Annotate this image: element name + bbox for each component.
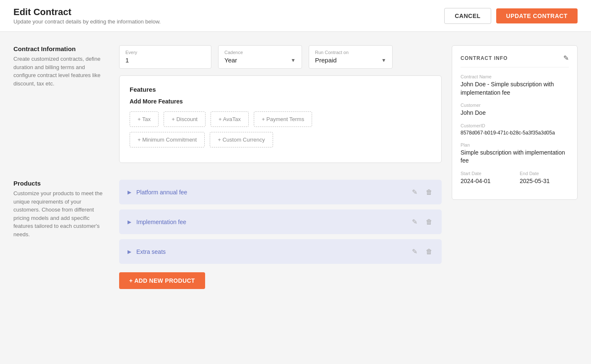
edit-product-platform-button[interactable]: ✎ [411,187,418,197]
feature-buttons-row-1: + Tax + Discount + AvaTax + Payment Term… [130,111,431,127]
products-form: ▶ Platform annual fee ✎ 🗑 ▶ Implementati… [119,180,442,289]
header-actions: CANCEL UPDATE CONTRACT [444,8,578,24]
cadence-select[interactable]: Cadence Year ▼ [218,45,302,69]
features-add-more-label: Add More Features [130,98,431,105]
contract-info-header: CONTRACT INFO ✎ [461,54,569,67]
contract-information-desc: Create customized contracts, define dura… [13,55,106,88]
section-text-contract: Contract Information Create customized c… [13,45,106,88]
feature-buttons-row-2: + Minimum Commitment + Custom Currency [130,132,431,147]
plan-label: Plan [461,142,569,147]
dates-row: Start Date 2024-04-01 End Date 2025-05-3… [461,171,569,191]
contract-name-field: Contract Name John Doe - Simple subscrip… [461,74,569,97]
features-title: Features [130,86,431,93]
products-desc: Customize your products to meet the uniq… [13,189,106,238]
end-date-value: 2025-05-31 [520,177,569,186]
cadence-chevron-icon: ▼ [291,57,296,63]
cadence-row: Every Cadence Year ▼ Run Contract on P [119,45,442,69]
contract-info-edit-icon[interactable]: ✎ [563,54,569,62]
product-row-extra-seats[interactable]: ▶ Extra seats ✎ 🗑 [119,239,442,264]
product-name-platform: Platform annual fee [136,189,187,196]
delete-product-extra-seats-button[interactable]: 🗑 [425,247,433,256]
features-card: Features Add More Features + Tax + Disco… [119,75,442,163]
contract-information-section: Contract Information Create customized c… [13,45,442,163]
run-contract-label: Run Contract on [315,50,386,55]
customer-id-value: 8578d067-b019-471c-b28c-5a3f35a3d05a [461,129,569,137]
cancel-button[interactable]: CANCEL [444,8,491,24]
edit-product-implementation-button[interactable]: ✎ [411,217,418,227]
every-field: Every [119,45,211,69]
contract-information-form: Every Cadence Year ▼ Run Contract on P [119,45,442,163]
contract-information-label: Contract Information [13,45,106,52]
plan-value: Simple subscription with implementation … [461,149,569,165]
plan-field: Plan Simple subscription with implementa… [461,142,569,165]
product-chevron-icon-platform: ▶ [128,189,131,195]
section-text-products: Products Customize your products to meet… [13,180,106,238]
cadence-label: Cadence [224,50,296,55]
header-left: Edit Contract Update your contract detai… [13,7,161,25]
contract-name-value: John Doe - Simple subscription with impl… [461,80,569,97]
add-new-product-button[interactable]: + ADD NEW PRODUCT [119,272,205,289]
start-date-value: 2024-04-01 [461,177,510,186]
run-contract-select[interactable]: Run Contract on Prepaid ▼ [309,45,393,69]
customer-id-field: CustomerID 8578d067-b019-471c-b28c-5a3f3… [461,123,569,137]
end-date-label: End Date [520,171,569,176]
edit-product-extra-seats-button[interactable]: ✎ [411,247,418,256]
every-input[interactable] [125,57,205,64]
feature-btn-discount[interactable]: + Discount [164,111,206,127]
products-section: Products Customize your products to meet… [13,180,442,289]
main-content: Contract Information Create customized c… [0,32,591,319]
products-label: Products [13,180,106,187]
product-chevron-icon-extra-seats: ▶ [128,249,131,255]
feature-btn-tax[interactable]: + Tax [130,111,159,127]
delete-product-implementation-button[interactable]: 🗑 [425,217,433,227]
feature-btn-minimum-commitment[interactable]: + Minimum Commitment [130,132,205,147]
customer-id-label: CustomerID [461,123,569,128]
update-contract-button[interactable]: UPDATE CONTRACT [496,8,578,23]
product-name-extra-seats: Extra seats [136,248,166,255]
product-row-platform[interactable]: ▶ Platform annual fee ✎ 🗑 [119,180,442,204]
run-contract-value: Prepaid [315,57,337,64]
contract-info-card: CONTRACT INFO ✎ Contract Name John Doe -… [452,45,578,200]
start-date-label: Start Date [461,171,510,176]
customer-value: John Doe [461,109,569,117]
page-subtitle: Update your contract details by editing … [13,18,161,25]
customer-label: Customer [461,103,569,108]
product-chevron-icon-implementation: ▶ [128,219,131,225]
feature-btn-custom-currency[interactable]: + Custom Currency [210,132,273,147]
contract-name-label: Contract Name [461,74,569,79]
feature-btn-avatax[interactable]: + AvaTax [211,111,249,127]
contract-info-title: CONTRACT INFO [461,55,508,61]
header: Edit Contract Update your contract detai… [0,0,591,32]
product-row-implementation[interactable]: ▶ Implementation fee ✎ 🗑 [119,209,442,234]
run-contract-chevron-icon: ▼ [381,57,386,63]
delete-product-platform-button[interactable]: 🗑 [425,187,433,197]
left-panel: Contract Information Create customized c… [13,45,442,306]
customer-field: Customer John Doe [461,103,569,117]
end-date-field: End Date 2025-05-31 [520,171,569,186]
cadence-value: Year [224,57,237,64]
page-title: Edit Contract [13,7,161,18]
feature-btn-payment-terms[interactable]: + Payment Terms [254,111,312,127]
every-label: Every [125,50,205,55]
product-name-implementation: Implementation fee [136,219,186,225]
right-panel: CONTRACT INFO ✎ Contract Name John Doe -… [452,45,578,306]
start-date-field: Start Date 2024-04-01 [461,171,510,186]
